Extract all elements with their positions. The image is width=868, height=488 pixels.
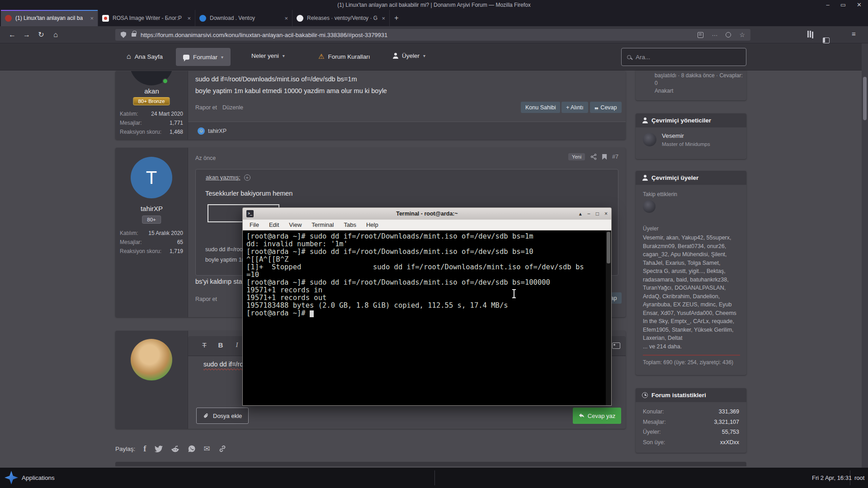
stat-value: 1,771	[170, 120, 183, 129]
menu-icon[interactable]: ≡	[852, 30, 856, 38]
terminal-close-button[interactable]: ×	[604, 211, 608, 217]
terminal-line: [1]+ Stopped sudo dd if=/root/Downloads/…	[246, 263, 608, 271]
sidebar-toggle-icon[interactable]	[823, 38, 830, 43]
new-tab-button[interactable]: +	[390, 10, 403, 26]
facebook-icon[interactable]: f	[143, 444, 146, 454]
nav-rules[interactable]: ⚠ Forum Kuralları	[318, 52, 370, 61]
bookmark-icon[interactable]	[602, 154, 607, 160]
library-icon[interactable]	[807, 31, 814, 38]
forum-search[interactable]	[621, 48, 746, 66]
username[interactable]: tahirXP	[115, 205, 188, 212]
bookmark-star-icon[interactable]: ☆	[739, 31, 745, 38]
post-timestamp[interactable]: Az önce	[195, 155, 216, 161]
applications-logo-icon[interactable]	[5, 471, 18, 484]
maximize-button[interactable]: ▭	[840, 0, 846, 10]
close-button[interactable]: ✕	[857, 0, 862, 10]
editor-avatar[interactable]	[131, 339, 172, 380]
username[interactable]: akan	[115, 87, 188, 95]
terminal-scrollbar[interactable]	[606, 230, 611, 405]
tab-forum[interactable]: (1) Linux'tan anlayan acil ba ×	[1, 10, 98, 26]
reddit-icon[interactable]	[171, 445, 179, 453]
link-icon[interactable]	[218, 445, 226, 453]
scrollbar-thumb[interactable]	[863, 77, 867, 120]
reply-button[interactable]: ❠Cevap	[590, 102, 622, 113]
quote-author-link[interactable]: akan yazmış:	[206, 174, 241, 181]
edit-link[interactable]: Düzenle	[222, 104, 243, 111]
whatsapp-icon[interactable]	[188, 445, 196, 453]
report-link[interactable]: Rapor et	[195, 104, 217, 111]
page-actions-icon[interactable]: ···	[712, 32, 717, 38]
owner-button[interactable]: Konu Sahibi	[521, 102, 560, 113]
minimize-button[interactable]: –	[826, 0, 830, 10]
report-link[interactable]: Rapor et	[195, 296, 217, 302]
avatar[interactable]	[643, 133, 656, 146]
avatar[interactable]	[643, 200, 656, 213]
tab-close-icon[interactable]: ×	[284, 15, 288, 22]
post-number[interactable]: #7	[612, 154, 618, 160]
tab-close-icon[interactable]: ×	[382, 15, 385, 22]
reaction-user[interactable]: tahirXP	[208, 128, 226, 134]
nav-home[interactable]: ⌂ Ana Sayfa	[127, 52, 163, 61]
url-text[interactable]: https://forum.donanimarsivi.com/konu/lin…	[141, 32, 689, 38]
email-icon[interactable]: ✉	[204, 444, 210, 454]
back-button[interactable]: ←	[6, 29, 18, 40]
lock-icon[interactable]	[132, 33, 136, 37]
terminal-titlebar[interactable]: >_ Terminal - root@arda:~ ▴ − □ ×	[243, 208, 611, 220]
nav-forums[interactable]: Forumlar ▾	[176, 48, 231, 66]
quote-button[interactable]: + Alıntı	[561, 102, 588, 113]
avatar-initial: T	[146, 168, 157, 188]
terminal-scrollbar-thumb[interactable]	[607, 232, 610, 263]
tab-close-icon[interactable]: ×	[90, 15, 94, 22]
menu-terminal[interactable]: Terminal	[307, 221, 339, 228]
terminal-output[interactable]: [root@arda ~]# sudo dd if=/root/Download…	[243, 230, 611, 405]
tab-rosa[interactable]: ROSA Image Writer - Блог:Р ×	[98, 10, 195, 26]
applications-button[interactable]: Applications	[22, 468, 55, 488]
stat-label: Reaksiyon skoru:	[120, 248, 161, 257]
avatar[interactable]: T	[131, 157, 172, 198]
italic-icon[interactable]: I	[231, 341, 242, 349]
reload-button[interactable]: ↻	[35, 29, 47, 40]
online-members-list[interactable]: Vesemir, akan, Yakup42, 55superx, Burakz…	[643, 234, 740, 343]
menu-view[interactable]: View	[284, 221, 307, 228]
tab-github[interactable]: Releases · ventoy/Ventoy · G ×	[292, 10, 390, 26]
insert-image-icon[interactable]	[612, 343, 620, 349]
home-button[interactable]: ⌂	[50, 29, 61, 40]
editor-user-cell	[115, 331, 188, 429]
terminal-maximize-button[interactable]: □	[596, 211, 599, 217]
attach-file-button[interactable]: Dosya ekle	[196, 408, 249, 424]
submit-reply-button[interactable]: Cevap yaz	[573, 408, 621, 424]
remove-format-icon[interactable]: T	[199, 341, 210, 349]
reaction-bar[interactable]: ☺ tahirXP	[188, 122, 626, 140]
menu-tabs[interactable]: Tabs	[339, 221, 361, 228]
url-bar[interactable]: https://forum.donanimarsivi.com/konu/lin…	[115, 29, 750, 41]
terminal-window[interactable]: >_ Terminal - root@arda:~ ▴ − □ × File E…	[242, 207, 612, 406]
search-input[interactable]	[636, 54, 726, 61]
bold-icon[interactable]: B	[215, 341, 226, 349]
tab-close-icon[interactable]: ×	[187, 15, 191, 22]
thread-category-link[interactable]: Anakart	[655, 88, 742, 94]
pocket-icon[interactable]	[726, 32, 731, 38]
twitter-icon[interactable]	[155, 445, 163, 453]
new-badge: Yeni	[568, 153, 585, 160]
browser-toolbar: ← → ↻ ⌂ https://forum.donanimarsivi.com/…	[0, 26, 868, 43]
share-icon[interactable]	[590, 154, 597, 160]
menu-file[interactable]: File	[245, 221, 264, 228]
expand-icon[interactable]: +	[244, 174, 250, 181]
reader-mode-icon[interactable]	[698, 32, 703, 38]
staff-name[interactable]: Vesemir	[662, 132, 684, 139]
terminal-minimize-button[interactable]: −	[587, 211, 590, 217]
person-icon	[642, 175, 648, 181]
browser-scrollbar[interactable]	[862, 43, 868, 468]
nav-whats-new[interactable]: Neler yeni ▾	[251, 52, 285, 59]
terminal-shade-button[interactable]: ▴	[579, 211, 582, 217]
terminal-line: ^[[A^[[B^Z	[246, 256, 608, 263]
stat-value[interactable]: xxXDxx	[720, 439, 739, 446]
forward-button[interactable]: →	[21, 29, 33, 40]
user-badge: 80+ Bronze	[133, 97, 170, 105]
tracking-protection-shield-icon[interactable]	[121, 32, 126, 38]
paperclip-icon	[203, 413, 209, 419]
nav-members[interactable]: Üyeler ▾	[392, 52, 425, 59]
menu-edit[interactable]: Edit	[264, 221, 284, 228]
tab-ventoy[interactable]: Download . Ventoy ×	[195, 10, 292, 26]
menu-help[interactable]: Help	[361, 221, 383, 228]
